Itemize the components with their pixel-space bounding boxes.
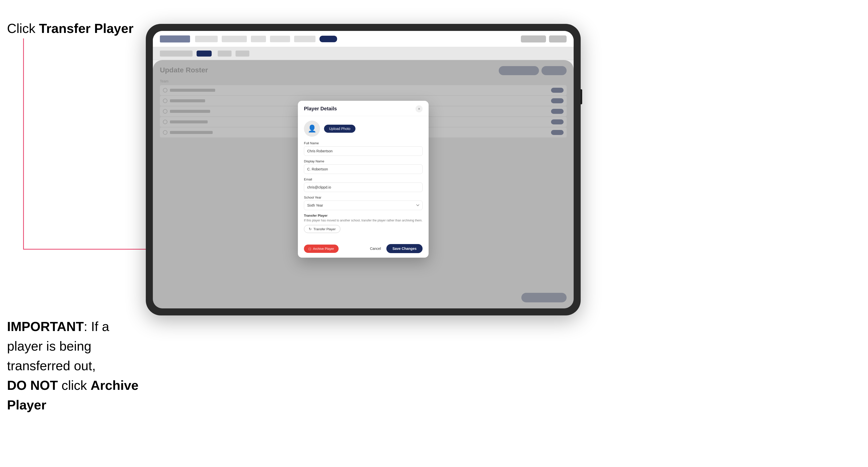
instruction-important: IMPORTANT	[7, 319, 84, 334]
avatar-row: 👤 Upload Photo	[304, 121, 423, 137]
nav-item-tournaments[interactable]	[222, 36, 247, 42]
subnav-btn2[interactable]	[236, 51, 249, 57]
modal-overlay: Player Details × 👤 Upload Photo	[153, 60, 574, 308]
app-nav	[195, 36, 516, 42]
nav-item-roster[interactable]	[319, 36, 337, 42]
display-name-group: Display Name	[304, 159, 423, 174]
modal-title: Player Details	[304, 106, 337, 112]
transfer-section-description: If this player has moved to another scho…	[304, 218, 423, 223]
avatar-circle: 👤	[304, 121, 320, 137]
transfer-player-button[interactable]: ↻ Transfer Player	[304, 225, 340, 233]
tablet-side-button	[581, 89, 582, 104]
instruction-top: Click Transfer Player	[7, 20, 133, 37]
app-subnav	[153, 47, 574, 60]
display-name-label: Display Name	[304, 159, 423, 163]
full-name-input[interactable]	[304, 146, 423, 156]
content-main: Update Roster Team	[153, 60, 574, 308]
modal-body: 👤 Upload Photo Full Name	[298, 116, 429, 241]
instruction-highlight: Transfer Player	[39, 21, 133, 36]
modal-header: Player Details ×	[298, 101, 429, 116]
email-label: Email	[304, 178, 423, 181]
school-year-group: School Year First Year Second Year Third…	[304, 195, 423, 210]
save-changes-button[interactable]: Save Changes	[386, 244, 423, 253]
modal-close-button[interactable]: ×	[415, 105, 423, 112]
subnav-active[interactable]	[196, 51, 212, 57]
transfer-icon: ↻	[309, 227, 312, 231]
full-name-label: Full Name	[304, 141, 423, 145]
upload-photo-button[interactable]: Upload Photo	[324, 125, 355, 133]
school-year-label: School Year	[304, 195, 423, 199]
email-group: Email	[304, 178, 423, 192]
nav-item-algopro[interactable]	[294, 36, 315, 42]
instruction-prefix: Click	[7, 21, 39, 36]
player-details-modal: Player Details × 👤 Upload Photo	[298, 101, 429, 258]
school-year-select[interactable]: First Year Second Year Third Year Fourth…	[304, 200, 423, 210]
nav-item-dashboard[interactable]	[195, 36, 218, 42]
instruction-do-not: DO NOT	[7, 378, 58, 393]
archive-player-button[interactable]: ◻ Archive Player	[304, 245, 339, 253]
nav-item-coaches[interactable]	[270, 36, 290, 42]
transfer-section: Transfer Player If this player has moved…	[304, 214, 423, 233]
tablet-screen: Update Roster Team	[153, 31, 574, 308]
full-name-group: Full Name	[304, 141, 423, 156]
subnav-btn1[interactable]	[218, 51, 231, 57]
arrow-vertical-line	[23, 38, 24, 250]
app-topbar	[153, 31, 574, 47]
display-name-input[interactable]	[304, 164, 423, 174]
nav-item-teams[interactable]	[251, 36, 266, 42]
cancel-button[interactable]: Cancel	[367, 245, 384, 253]
archive-icon: ◻	[308, 247, 311, 251]
subnav-squadrazo[interactable]	[160, 51, 192, 57]
transfer-btn-label: Transfer Player	[313, 227, 336, 231]
email-input[interactable]	[304, 183, 423, 192]
transfer-section-label: Transfer Player	[304, 214, 423, 217]
app-content: Update Roster Team	[153, 60, 574, 308]
topbar-add-players[interactable]	[521, 35, 546, 42]
topbar-settings[interactable]	[549, 35, 567, 42]
modal-footer: ◻ Archive Player Cancel Save Changes	[298, 241, 429, 258]
archive-btn-label: Archive Player	[313, 247, 334, 251]
app-logo	[160, 35, 190, 42]
topbar-right	[521, 35, 567, 42]
instruction-bottom: IMPORTANT: If a player is being transfer…	[7, 317, 148, 415]
tablet-device: Update Roster Team	[146, 24, 581, 315]
avatar-icon: 👤	[308, 124, 316, 133]
instruction-text2: click	[58, 378, 91, 393]
